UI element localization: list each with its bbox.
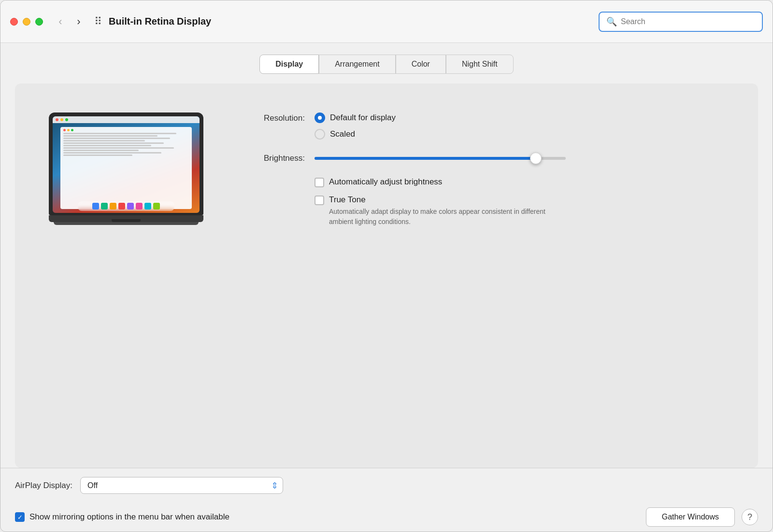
- true-tone-checkbox[interactable]: [315, 196, 324, 205]
- screen-menubar: [53, 116, 200, 123]
- close-button[interactable]: [10, 18, 18, 26]
- tab-arrangement[interactable]: Arrangement: [319, 55, 396, 74]
- tab-display[interactable]: Display: [259, 55, 319, 74]
- titlebar: ‹ › ⠿ Built-in Retina Display 🔍: [0, 0, 773, 43]
- screen-lines: [63, 133, 189, 156]
- brightness-thumb[interactable]: [530, 153, 542, 164]
- screen-window-bar: [63, 129, 189, 131]
- airplay-row: AirPlay Display: Off Apple TV Other Disp…: [0, 468, 773, 503]
- screen-line: [63, 142, 164, 144]
- resolution-controls: Default for display Scaled: [315, 112, 396, 140]
- search-box[interactable]: 🔍: [599, 12, 763, 32]
- screen-line: [63, 135, 157, 137]
- dock-icon: [118, 203, 125, 210]
- settings-panel: Resolution: Default for display Scaled: [237, 103, 729, 235]
- laptop-notch: [112, 219, 141, 222]
- airplay-select-wrapper: Off Apple TV Other Display ⇕: [80, 477, 283, 494]
- dock-icon: [110, 203, 116, 210]
- search-input[interactable]: [621, 17, 755, 26]
- gather-windows-button[interactable]: Gather Windows: [646, 507, 735, 527]
- screen-line: [63, 140, 145, 141]
- dock-icon: [127, 203, 134, 210]
- brightness-row: Brightness:: [237, 151, 729, 166]
- screen-line: [63, 133, 176, 134]
- true-tone-text: True Tone Automatically adapt display to…: [329, 195, 551, 227]
- radio-scaled-label: Scaled: [330, 129, 355, 139]
- dock-icon: [101, 203, 108, 210]
- laptop-screen-inner: [53, 116, 200, 213]
- mirroring-label: Show mirroring options in the menu bar w…: [29, 512, 229, 522]
- laptop-feet: [54, 222, 199, 225]
- maximize-button[interactable]: [35, 18, 43, 26]
- dock-icon: [136, 203, 143, 210]
- window-title: Built-in Retina Display: [109, 16, 599, 27]
- tab-bar: Display Arrangement Color Night Shift: [15, 55, 758, 74]
- traffic-lights: [10, 18, 43, 26]
- radio-default-circle[interactable]: [315, 112, 325, 123]
- screen-dot-green: [65, 118, 68, 121]
- airplay-select[interactable]: Off Apple TV Other Display: [80, 477, 283, 494]
- auto-brightness-label: Automatically adjust brightness: [329, 177, 442, 187]
- dock-icon: [92, 203, 99, 210]
- screen-win-dot: [63, 129, 66, 131]
- airplay-label: AirPlay Display:: [15, 481, 72, 490]
- main-window: ‹ › ⠿ Built-in Retina Display 🔍 Display …: [0, 0, 773, 532]
- true-tone-description: Automatically adapt display to make colo…: [329, 207, 551, 227]
- screen-line: [63, 154, 132, 156]
- screen-line: [63, 138, 170, 139]
- screen-line: [63, 152, 161, 154]
- laptop-base: [49, 215, 203, 222]
- true-tone-label: True Tone: [329, 195, 366, 204]
- auto-brightness-checkbox[interactable]: [315, 178, 324, 187]
- screen-line: [63, 150, 139, 151]
- content-area: Display Arrangement Color Night Shift: [0, 43, 773, 468]
- radio-scaled-circle[interactable]: [315, 129, 325, 140]
- screen-win-dot2: [67, 129, 70, 131]
- screen-content: [53, 116, 200, 213]
- resolution-label: Resolution:: [237, 112, 305, 123]
- brightness-track: [315, 157, 566, 160]
- brightness-slider-container[interactable]: [315, 151, 566, 166]
- mirroring-checkbox[interactable]: ✓: [15, 512, 25, 522]
- brightness-fill: [315, 157, 536, 160]
- screen-window: [60, 127, 192, 209]
- bottom-right-buttons: Gather Windows ?: [646, 507, 758, 527]
- true-tone-row: True Tone Automatically adapt display to…: [315, 195, 729, 227]
- screen-win-dot3: [71, 129, 73, 131]
- radio-scaled[interactable]: Scaled: [315, 129, 396, 140]
- minimize-button[interactable]: [23, 18, 30, 26]
- screen-dot-yellow: [60, 118, 63, 121]
- back-button[interactable]: ‹: [53, 14, 68, 29]
- nav-buttons: ‹ ›: [53, 14, 86, 29]
- resolution-row: Resolution: Default for display Scaled: [237, 112, 729, 140]
- forward-button[interactable]: ›: [71, 14, 86, 29]
- screen-dock: [78, 201, 174, 211]
- help-button[interactable]: ?: [742, 509, 758, 525]
- tab-nightshift[interactable]: Night Shift: [446, 55, 514, 74]
- screen-line: [63, 147, 174, 149]
- search-icon: 🔍: [606, 16, 617, 27]
- tab-color[interactable]: Color: [396, 55, 446, 74]
- laptop: [49, 112, 203, 225]
- radio-default[interactable]: Default for display: [315, 112, 396, 123]
- mirroring-row: ✓ Show mirroring options in the menu bar…: [0, 503, 773, 532]
- screen-line: [63, 145, 151, 146]
- radio-default-label: Default for display: [330, 113, 396, 123]
- laptop-illustration: [44, 103, 208, 225]
- main-panel: Resolution: Default for display Scaled: [15, 84, 758, 468]
- brightness-label: Brightness:: [237, 154, 305, 163]
- dock-icon: [144, 203, 151, 210]
- screen-dot-red: [56, 118, 58, 121]
- auto-brightness-row: Automatically adjust brightness: [315, 177, 729, 187]
- laptop-screen-outer: [49, 112, 203, 215]
- grid-icon: ⠿: [94, 15, 102, 28]
- dock-icon: [153, 203, 160, 210]
